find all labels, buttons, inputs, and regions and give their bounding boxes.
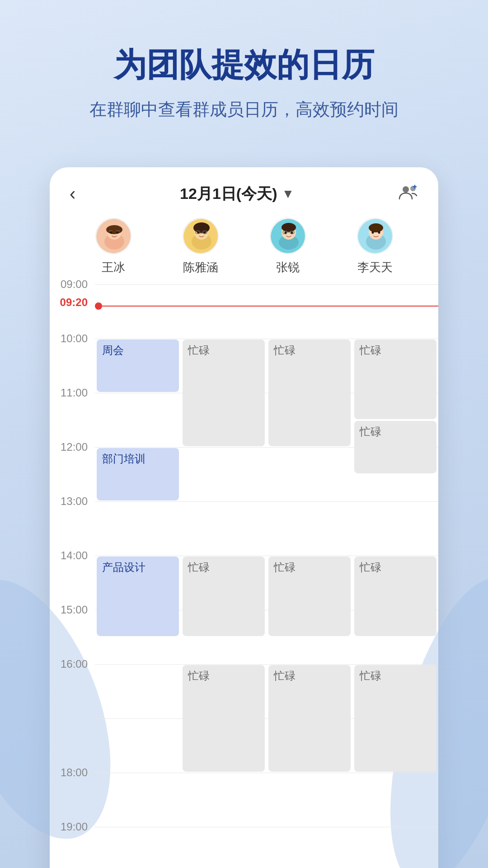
current-time-indicator xyxy=(95,302,438,310)
card-wrapper: ‹ 12月1日(今天) ▼ xyxy=(0,149,488,868)
event-manlu-3-1: 忙碌 xyxy=(354,340,436,419)
avatar-chenyahan xyxy=(183,218,219,254)
person-columns: 周会 部门培训 产品设计 忙碌 忙碌 忙碌 xyxy=(95,284,438,868)
avatar-litiantian xyxy=(357,218,393,254)
avatar-col-0[interactable]: 王冰 xyxy=(70,218,157,275)
time-label-0920: 09:20 xyxy=(60,296,88,309)
time-label-1200: 12:00 xyxy=(61,441,88,453)
time-label-1600: 16:00 xyxy=(61,658,88,670)
time-label-0900: 09:00 xyxy=(61,278,88,291)
event-manlu-3-2: 忙碌 xyxy=(354,421,436,473)
sub-title: 在群聊中查看群成员日历，高效预约时间 xyxy=(27,98,461,122)
event-manlu-1-2: 忙碌 xyxy=(183,557,265,636)
svg-point-26 xyxy=(282,223,296,232)
main-title: 为团队提效的日历 xyxy=(27,45,461,84)
avatar-zhangrui xyxy=(270,218,306,254)
svg-point-36 xyxy=(371,231,374,234)
group-members-icon[interactable] xyxy=(399,184,418,204)
avatar-wangbing xyxy=(95,218,131,254)
calendar-grid: 09:00 09:20 10:00 11:00 12:00 13:00 14:0… xyxy=(50,284,438,868)
event-manlu-2-1: 忙碌 xyxy=(268,340,351,446)
time-label-1300: 13:00 xyxy=(61,495,88,508)
avatar-name-3: 李天天 xyxy=(357,259,393,275)
current-time-line xyxy=(102,306,438,307)
date-title[interactable]: 12月1日(今天) ▼ xyxy=(180,184,294,204)
time-label-1800: 18:00 xyxy=(61,766,88,779)
time-label-1900: 19:00 xyxy=(61,821,88,833)
time-label-1100: 11:00 xyxy=(61,387,88,399)
time-label-1400: 14:00 xyxy=(61,549,88,562)
person-col-1: 忙碌 忙碌 忙碌 xyxy=(181,284,267,868)
avatar-name-2: 张锐 xyxy=(276,259,300,275)
date-dropdown-arrow: ▼ xyxy=(282,187,294,201)
avatar-col-1[interactable]: 陈雅涵 xyxy=(157,218,244,275)
event-manlu-1-1: 忙碌 xyxy=(183,340,265,446)
person-col-3: 忙碌 忙碌 忙碌 忙碌 xyxy=(352,284,438,868)
event-bumen-peixun[interactable]: 部门培训 xyxy=(97,448,179,500)
svg-point-0 xyxy=(403,186,409,193)
events-area: 周会 部门培训 产品设计 忙碌 忙碌 忙碌 xyxy=(95,284,438,868)
event-zhouhui[interactable]: 周会 xyxy=(97,340,179,392)
calendar-card: ‹ 12月1日(今天) ▼ xyxy=(50,167,438,868)
event-manlu-3-4: 忙碌 xyxy=(354,665,436,772)
svg-rect-11 xyxy=(116,231,120,231)
avatar-name-1: 陈雅涵 xyxy=(183,259,218,275)
person-col-0: 周会 部门培训 产品设计 xyxy=(95,284,181,868)
date-label: 12月1日(今天) xyxy=(180,184,277,204)
svg-point-7 xyxy=(106,225,122,234)
person-col-2: 忙碌 忙碌 忙碌 xyxy=(267,284,352,868)
svg-point-8 xyxy=(110,231,112,234)
time-label-1000: 10:00 xyxy=(61,332,88,345)
avatar-col-2[interactable]: 张锐 xyxy=(244,218,331,275)
current-time-dot xyxy=(95,302,102,310)
svg-point-17 xyxy=(203,231,206,234)
time-labels: 09:00 09:20 10:00 11:00 12:00 13:00 14:0… xyxy=(50,284,95,868)
svg-point-35 xyxy=(369,223,383,232)
event-manlu-2-3: 忙碌 xyxy=(268,665,351,772)
event-manlu-2-2: 忙碌 xyxy=(268,557,351,636)
back-button[interactable]: ‹ xyxy=(70,184,75,204)
svg-rect-10 xyxy=(109,231,113,231)
card-header: ‹ 12月1日(今天) ▼ xyxy=(50,167,438,213)
event-manlu-1-3: 忙碌 xyxy=(183,665,265,772)
svg-point-9 xyxy=(116,231,118,234)
avatars-row: 王冰 xyxy=(50,213,438,284)
header-section: 为团队提效的日历 在群聊中查看群成员日历，高效预约时间 xyxy=(0,0,488,149)
event-chanpin-sheji[interactable]: 产品设计 xyxy=(97,557,179,636)
avatar-col-3[interactable]: 李天天 xyxy=(331,218,418,275)
event-manlu-3-3: 忙碌 xyxy=(354,557,436,636)
time-label-1500: 15:00 xyxy=(61,604,88,616)
avatar-name-0: 王冰 xyxy=(102,259,125,275)
svg-point-37 xyxy=(378,231,380,234)
